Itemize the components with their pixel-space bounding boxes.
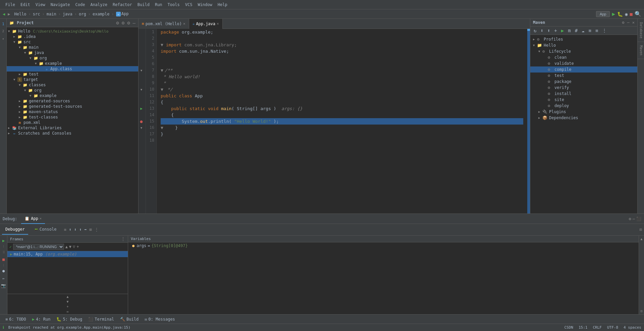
terminal-btn[interactable]: ⬛ Terminal — [86, 316, 117, 322]
project-gear-btn[interactable]: ⚙ — [122, 20, 124, 26]
stop-button[interactable]: ■ — [630, 11, 633, 17]
frame-down-icon[interactable]: ▼ — [69, 244, 71, 249]
maven-close-icon[interactable]: ✕ — [632, 20, 635, 25]
debug-settings-icon[interactable]: ⚙ — [629, 217, 631, 221]
run-btn[interactable]: ▶ 4: Run — [30, 316, 53, 322]
tree-item-classes[interactable]: ▼ 📁 classes — [7, 82, 138, 88]
frames-scroll-down[interactable]: ▼ — [66, 300, 68, 303]
maven-item-lifecycle[interactable]: ▼ ⚙ Lifecycle — [530, 48, 637, 54]
pom-tab-close[interactable]: ✕ — [183, 21, 185, 26]
step-out-icon[interactable]: ⬆ — [79, 227, 82, 232]
maven-upload-btn[interactable]: ⬆ — [546, 27, 551, 34]
frame-item-main15[interactable]: ▶ main:15, App (org.example) — [7, 251, 128, 257]
tree-item-pomxml[interactable]: m pom.xml — [7, 120, 138, 125]
maven-hash-btn[interactable]: # — [574, 27, 579, 34]
evaluate-icon[interactable]: ⊞ — [90, 227, 92, 232]
debug-scroll-top[interactable]: ▲ — [640, 237, 642, 241]
back-icon[interactable]: ◀ — [3, 12, 5, 16]
debug-tab-close[interactable]: ✕ — [40, 217, 42, 220]
build-btn[interactable]: 🔨 Build — [117, 316, 141, 322]
debug-button[interactable]: 🐛 — [617, 11, 623, 17]
todo-btn[interactable]: ≡ 6: TODO — [3, 316, 29, 322]
camera-btn[interactable]: 📷 — [1, 283, 7, 289]
search-everywhere-button[interactable]: 🔍 — [635, 11, 641, 17]
frames-options-btn[interactable]: ⋮ — [121, 237, 125, 241]
tree-item-example2[interactable]: ▼ 📁 example — [7, 93, 138, 98]
menu-file[interactable]: File — [3, 2, 18, 8]
menu-vcs[interactable]: VCS — [182, 2, 195, 8]
maven-item-deploy[interactable]: ⚙ deploy — [530, 103, 637, 109]
project-settings-btn[interactable]: ⚙ — [127, 20, 130, 26]
pause-btn[interactable]: ⏸ — [1, 249, 7, 255]
tree-item-example[interactable]: ▼ 📁 example — [7, 61, 138, 66]
project-minimize-btn[interactable]: — — [133, 20, 136, 26]
project-sync-btn[interactable]: ⚙ — [116, 20, 119, 26]
maven-item-package[interactable]: ⚙ package — [530, 79, 637, 85]
maven-item-verify[interactable]: ⚙ verify — [530, 85, 637, 91]
bookmarks-icon[interactable]: ★ — [0, 36, 6, 42]
tree-item-test-classes[interactable]: ▶ 📁 test-classes — [7, 114, 138, 120]
stop-debug-btn[interactable]: ■ — [1, 256, 7, 263]
tree-item-external-libs[interactable]: ▶ 📚 External Libraries — [7, 125, 138, 131]
maven-item-validate[interactable]: ⚙ validate — [530, 60, 637, 66]
menu-tools[interactable]: Tools — [165, 2, 182, 8]
maven-item-hello[interactable]: ▼ 📁 Hello — [530, 42, 637, 48]
tree-item-scratches[interactable]: ▶ ✏ Scratches and Consoles — [7, 131, 138, 136]
messages-btn[interactable]: ✉ 0: Messages — [142, 316, 178, 322]
maven-list-btn[interactable]: ≡ — [594, 27, 599, 34]
breadcrumb-main[interactable]: main — [47, 12, 56, 16]
tree-item-target[interactable]: ▼ t target — [7, 77, 138, 82]
menu-analyze[interactable]: Analyze — [88, 2, 110, 8]
maven-download-btn[interactable]: ⬇ — [539, 27, 544, 34]
breadcrumb-src[interactable]: src — [33, 12, 40, 16]
run-config-selector[interactable]: App — [596, 11, 610, 17]
maven-cloud-btn[interactable]: ☁ — [580, 27, 586, 34]
forward-icon[interactable]: ▶ — [8, 12, 10, 16]
maven-side-tab[interactable]: Maven — [638, 42, 644, 59]
debug-maximize-icon[interactable]: ⬛ — [636, 217, 641, 221]
scratch-btn[interactable]: ✏ — [1, 275, 7, 281]
tree-item-generated-test-sources[interactable]: ▶ 📁 generated-test-sources — [7, 104, 138, 109]
run-button[interactable]: ▶ — [612, 11, 615, 17]
more-debug-icon[interactable]: ⋮ — [95, 227, 99, 232]
frame-add-icon[interactable]: + — [76, 244, 79, 249]
frame-filter-icon[interactable]: ▽ — [73, 244, 75, 249]
menu-edit[interactable]: Edit — [18, 2, 33, 8]
tree-item-main[interactable]: ▼ 📁 main — [7, 45, 138, 50]
step-into-icon[interactable]: ⬇ — [74, 227, 76, 232]
debugger-tab[interactable]: Debugger — [2, 225, 28, 235]
structure-icon[interactable]: 2 — [0, 28, 6, 34]
status-indent[interactable]: 4 spaces — [624, 325, 641, 330]
maven-overflow-btn[interactable]: ⋮ — [601, 27, 608, 34]
menu-help[interactable]: Help — [215, 2, 230, 8]
maven-item-plugins[interactable]: ▶ 🔌 Plugins — [530, 109, 637, 115]
maven-item-profiles[interactable]: ▶ ⚙ Profiles — [530, 36, 637, 42]
tree-item-hello[interactable]: ▼ 📁 Hello C:\Users\feixiaoxing\Desktop\H… — [7, 29, 138, 34]
console-tab[interactable]: 📟 Console — [31, 225, 60, 235]
project-icon[interactable]: 1 — [0, 21, 6, 27]
menu-refactor[interactable]: Refactor — [110, 2, 135, 8]
maven-item-site[interactable]: ⚙ site — [530, 97, 637, 103]
status-position[interactable]: 15:1 — [579, 325, 588, 330]
maven-item-test[interactable]: ⚙ test — [530, 73, 637, 79]
frames-add-btn[interactable]: + — [66, 305, 68, 309]
run-cursor-icon[interactable]: ➡ — [84, 227, 87, 232]
tree-item-org2[interactable]: ▼ 📁 org — [7, 88, 138, 93]
maven-refresh-btn[interactable]: ↻ — [532, 27, 538, 34]
run-with-coverage-button[interactable]: ◉ — [625, 11, 628, 17]
thread-selector[interactable]: *main*@1 i...: RUNNING — [13, 244, 64, 250]
breadcrumb-hello[interactable]: Hello — [14, 12, 26, 16]
maven-item-clean[interactable]: ⚙ clean — [530, 54, 637, 60]
settings-debug-btn[interactable]: ● — [1, 268, 7, 274]
maven-item-dependencies[interactable]: ▶ 📦 Dependencies — [530, 115, 637, 121]
debug-layout-icon[interactable]: ≡ — [64, 227, 66, 232]
code-editor[interactable]: package org.example; ▼ import com.sun.jn… — [157, 29, 527, 214]
app-tab-close[interactable]: ✕ — [217, 21, 219, 26]
tree-item-appclass[interactable]: ☕ App.class — [7, 66, 138, 72]
debug-tab-app[interactable]: 📋 App ✕ — [21, 214, 45, 224]
resume-btn[interactable]: ▶ — [1, 238, 7, 244]
tree-item-generated-sources[interactable]: ▶ 📁 generated-sources — [7, 98, 138, 104]
maven-m-btn[interactable]: m — [567, 27, 572, 34]
status-encoding[interactable]: UTF-8 — [607, 325, 618, 330]
tree-item-org[interactable]: ▼ 📁 org — [7, 55, 138, 61]
